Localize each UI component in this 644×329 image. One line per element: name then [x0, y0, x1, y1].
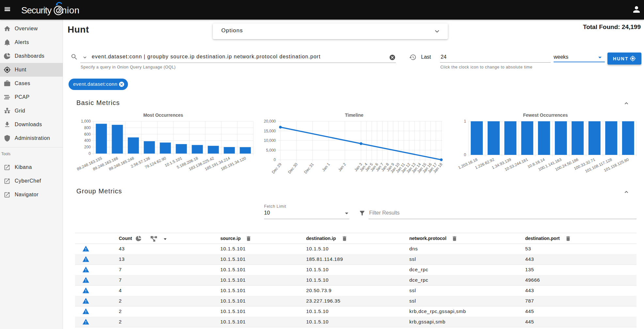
svg-text:1,000: 1,000	[81, 119, 91, 124]
svg-text:Jan 2: Jan 2	[337, 162, 347, 172]
svg-text:Jan 1: Jan 1	[321, 162, 331, 172]
svg-text:0: 0	[274, 157, 276, 162]
svg-text:Timeline: Timeline	[345, 112, 364, 118]
svg-text:Dec 30: Dec 30	[287, 162, 299, 174]
svg-text:10,000: 10,000	[264, 138, 276, 143]
svg-text:5,000: 5,000	[266, 148, 276, 153]
svg-text:800: 800	[84, 126, 91, 130]
svg-text:Dec 29: Dec 29	[271, 162, 282, 174]
svg-text:0: 0	[88, 151, 91, 156]
svg-text:Dec 31: Dec 31	[303, 162, 315, 174]
svg-text:Fewest Occurrences: Fewest Occurrences	[523, 112, 568, 118]
svg-text:0: 0	[464, 153, 466, 157]
svg-text:15,000: 15,000	[264, 129, 276, 133]
svg-text:600: 600	[84, 132, 91, 137]
svg-text:400: 400	[84, 138, 91, 143]
svg-text:200: 200	[84, 145, 91, 149]
svg-text:20,000: 20,000	[264, 119, 276, 124]
svg-text:Most Occurrences: Most Occurrences	[143, 112, 183, 118]
svg-text:1: 1	[464, 119, 466, 124]
